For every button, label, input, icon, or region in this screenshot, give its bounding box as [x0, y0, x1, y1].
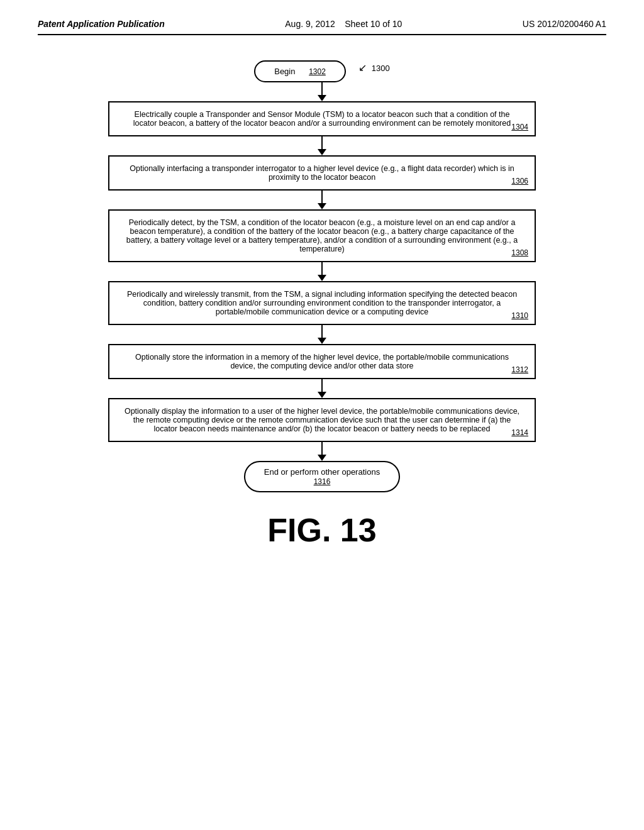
- page: Patent Application Publication Aug. 9, 2…: [0, 0, 644, 830]
- arrow-3: [318, 191, 326, 209]
- ref-1314: 1314: [511, 428, 528, 437]
- flowchart-label: ↙ 1300: [358, 60, 390, 73]
- arrow-4: [318, 262, 326, 281]
- ref-1310: 1310: [511, 311, 528, 320]
- flowchart: Begin 1302 ↙ 1300 Electrically couple a …: [38, 60, 606, 492]
- ref-1312: 1312: [511, 365, 528, 374]
- step-1306: Optionally interfacing a transponder int…: [108, 155, 536, 191]
- step-1304: Electrically couple a Transponder and Se…: [108, 101, 536, 136]
- begin-node: Begin 1302: [254, 60, 346, 82]
- step-1308: Periodically detect, by the TSM, a condi…: [108, 209, 536, 262]
- ref-1308: 1308: [511, 248, 528, 257]
- figure-label: FIG. 13: [38, 511, 606, 549]
- ref-1306: 1306: [511, 177, 528, 185]
- start-wrapper: Begin 1302 ↙ 1300: [254, 60, 390, 82]
- arrow-7: [318, 442, 326, 461]
- step-1312: Optionally store the information in a me…: [108, 344, 536, 379]
- arrow-5: [318, 325, 326, 344]
- publication-date: Aug. 9, 2012 Sheet 10 of 10: [285, 19, 402, 29]
- ref-1304: 1304: [511, 123, 528, 131]
- step-1314: Optionally display the information to a …: [108, 398, 536, 442]
- begin-ref: 1302: [309, 67, 326, 76]
- patent-number: US 2012/0200460 A1: [523, 19, 606, 29]
- step-1310: Periodically and wirelessly transmit, fr…: [108, 281, 536, 325]
- end-node: End or perform other operations 1316: [244, 461, 400, 492]
- arrow-2: [318, 136, 326, 155]
- end-ref: 1316: [314, 477, 331, 486]
- publication-title: Patent Application Publication: [38, 19, 165, 29]
- arrow-1: [318, 82, 326, 101]
- arrow-6: [318, 379, 326, 398]
- page-header: Patent Application Publication Aug. 9, 2…: [38, 19, 606, 35]
